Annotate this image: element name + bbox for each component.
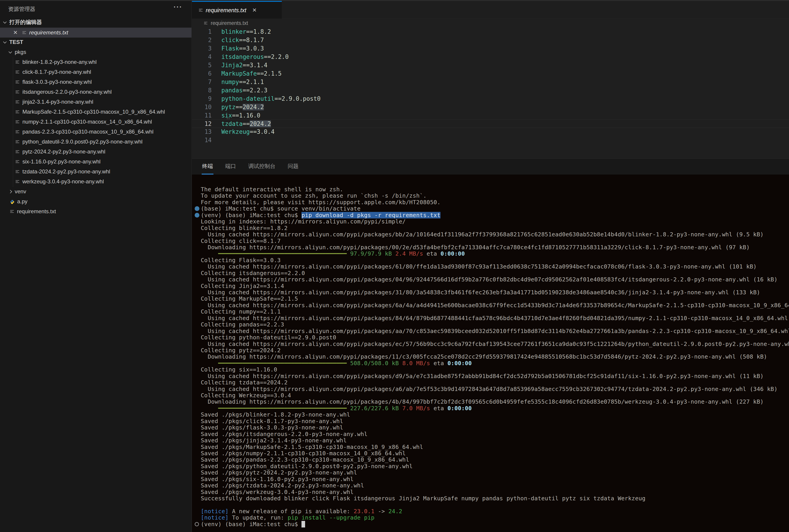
terminal-line: Using cached https://mirrors.aliyun.com/…	[201, 231, 789, 238]
open-editor-item-requirements[interactable]: ✕ requirements.txt	[0, 27, 191, 38]
code-editor[interactable]: 1blinker==1.8.22click==8.1.73Flask==3.0.…	[192, 27, 789, 145]
panel-tab-label: 终端	[202, 163, 213, 170]
close-icon[interactable]: ✕	[13, 30, 22, 36]
terminal-text: Saved ./pkgs/click-8.1.7-py3-none-any.wh…	[201, 418, 343, 424]
code-text: blinker==1.8.2	[222, 28, 271, 35]
terminal-text: To update, run:	[229, 514, 288, 521]
tree-item-blinker-1-8-2-py3-none-any-whl[interactable]: blinker-1.8.2-py3-none-any.whl	[0, 57, 191, 67]
workspace-root-test[interactable]: TEST	[0, 37, 191, 47]
tree-item-click-8-1-7-py3-none-any-whl[interactable]: click-8.1.7-py3-none-any.whl	[0, 67, 191, 77]
tree-item-werkzeug-3-0-4-py3-none-any-whl[interactable]: werkzeug-3.0.4-py3-none-any.whl	[0, 176, 191, 187]
open-editors-label: 打开的编辑器	[9, 19, 42, 26]
code-token: ==1.16.0	[232, 112, 260, 119]
tree-item-a-py[interactable]: a.py	[0, 196, 191, 207]
code-line: 10pytz==2024.2	[192, 103, 789, 111]
file-lines-icon	[15, 80, 20, 84]
code-token: Werkzeug	[222, 128, 250, 135]
terminal-text: Collecting pandas==2.2.3	[201, 321, 284, 328]
terminal-text: Collecting numpy==2.1.1	[201, 308, 281, 315]
terminal-line: Using cached https://mirrors.aliyun.com/…	[201, 277, 789, 283]
terminal-line: Collecting python-dateutil==2.9.0.post0	[201, 335, 789, 341]
tree-item-label: itsdangerous-2.2.0-py3-none-any.whl	[22, 89, 112, 95]
terminal-text: 7.0 MB/s	[402, 405, 430, 412]
terminal-line: Collecting tzdata==2024.2	[201, 379, 789, 386]
terminal-line: Looking in indexes: https://mirrors.aliy…	[201, 218, 789, 225]
tree-item-six-1-16-0-py2-py3-none-any-whl[interactable]: six-1.16.0-py2.py3-none-any.whl	[0, 157, 191, 167]
terminal-text: Using cached https://mirrors.aliyun.com/…	[201, 263, 757, 270]
tree-item-pkgs[interactable]: pkgs	[0, 47, 191, 57]
terminal-text: [notice]	[201, 508, 229, 515]
line-number: 6	[192, 70, 212, 78]
terminal-line: Successfully downloaded blinker click Fl…	[201, 495, 789, 502]
open-editors-section[interactable]: 打开的编辑器	[0, 17, 191, 27]
tree-item-venv[interactable]: venv	[0, 187, 191, 196]
terminal-text: Saved ./pkgs/blinker-1.8.2-py3-none-any.…	[201, 411, 350, 418]
panel-tab-调试控制台[interactable]: 调试控制台	[248, 159, 276, 174]
code-text: click==8.1.7	[222, 37, 264, 43]
panel-tab-端口[interactable]: 端口	[225, 159, 236, 174]
terminal-text: (venv) (base) iMac:test chu$	[201, 521, 302, 528]
terminal-output[interactable]: The default interactive shell is now zsh…	[192, 174, 789, 532]
line-number: 8	[192, 86, 212, 95]
more-actions-icon[interactable]: ···	[174, 3, 182, 11]
panel-tab-终端[interactable]: 终端	[202, 159, 213, 174]
explorer-title: 资源管理器	[8, 5, 35, 13]
terminal-text: Saved ./pkgs/pandas-2.2.3-cp310-cp310-ma…	[201, 456, 409, 463]
tree-item-markupsafe-2-1-5-cp310-cp310-macosx-10-9-x86-64-whl[interactable]: MarkupSafe-2.1.5-cp310-cp310-macosx_10_9…	[0, 107, 191, 117]
terminal-line: Using cached https://mirrors.aliyun.com/…	[201, 373, 789, 379]
code-line: 8pandas==2.2.3	[192, 86, 789, 95]
code-token: itsdangerous	[222, 53, 264, 60]
code-text: Flask==3.0.3	[222, 45, 264, 52]
terminal-text: Downloading https://mirrors.aliyun.com/p…	[201, 244, 750, 251]
terminal-text: Saved ./pkgs/six-1.16.0-py2.py3-none-any…	[201, 476, 353, 482]
tree-item-requirements-txt[interactable]: requirements.txt	[0, 207, 191, 216]
terminal-line: Collecting blinker==1.8.2	[201, 225, 789, 231]
tree-item-tzdata-2024-2-py2-py3-none-any-whl[interactable]: tzdata-2024.2-py2.py3-none-any.whl	[0, 167, 191, 176]
tree-item-numpy-2-1-1-cp310-cp310-macosx-14-0-x86-64-whl[interactable]: numpy-2.1.1-cp310-cp310-macosx_14_0_x86_…	[0, 117, 191, 127]
code-token: ==2.1.5	[257, 70, 282, 77]
tab-requirements-txt[interactable]: requirements.txt ✕	[192, 1, 282, 19]
code-text: pandas==2.2.3	[222, 87, 268, 94]
close-icon[interactable]: ✕	[252, 7, 257, 13]
panel-tab-label: 调试控制台	[248, 163, 275, 170]
tree-item-python-dateutil-2-9-0-post0-py2-py3-none-any-whl[interactable]: python_dateutil-2.9.0.post0-py2.py3-none…	[0, 137, 191, 147]
terminal-text: ━━━━━━━━━━━━━━━━━━━━━━━━━━━━━━━━━━━━━	[218, 405, 347, 412]
tree-item-jinja2-3-1-4-py3-none-any-whl[interactable]: jinja2-3.1.4-py3-none-any.whl	[0, 97, 191, 107]
line-number: 2	[192, 36, 212, 44]
terminal-line: Using cached https://mirrors.aliyun.com/…	[201, 386, 789, 392]
terminal-text: Downloading https://mirrors.aliyun.com/p…	[201, 354, 767, 360]
panel-tab-问题[interactable]: 问题	[287, 159, 299, 174]
file-lines-icon	[15, 170, 20, 174]
terminal-line: Downloading https://mirrors.aliyun.com/p…	[201, 354, 789, 360]
panel-tab-bar: 终端端口调试控制台问题	[192, 159, 789, 174]
tree-item-itsdangerous-2-2-0-py3-none-any-whl[interactable]: itsdangerous-2.2.0-py3-none-any.whl	[0, 87, 191, 97]
terminal-text: Collecting click==8.1.7	[201, 238, 281, 244]
terminal-line: The default interactive shell is now zsh…	[201, 186, 789, 193]
tree-item-flask-3-0-3-py3-none-any-whl[interactable]: flask-3.0.3-py3-none-any.whl	[0, 77, 191, 87]
code-line: 14	[192, 136, 789, 145]
breadcrumb[interactable]: requirements.txt	[192, 19, 789, 27]
code-token: python-dateutil	[222, 95, 274, 102]
editor-group: requirements.txt ✕ requirements.txt 1bli…	[192, 1, 789, 158]
code-line: 5Jinja2==3.1.4	[192, 61, 789, 70]
chevron-right-icon	[8, 190, 12, 193]
code-line: 4itsdangerous==2.2.0	[192, 53, 789, 61]
terminal-text: Using cached https://mirrors.aliyun.com/…	[201, 276, 777, 283]
terminal-text: Collecting itsdangerous==2.2.0	[201, 270, 305, 277]
code-text: tzdata==2024.2	[222, 120, 271, 127]
terminal-line: Using cached https://mirrors.aliyun.com/…	[201, 341, 789, 347]
file-lines-icon	[15, 110, 20, 114]
file-tree: pkgsblinker-1.8.2-py3-none-any.whlclick-…	[0, 47, 191, 216]
line-number: 3	[192, 44, 212, 53]
file-lines-icon	[15, 179, 20, 184]
terminal-text: Saved ./pkgs/numpy-2.1.1-cp310-cp310-mac…	[201, 450, 406, 457]
file-lines-icon	[10, 209, 14, 213]
tree-item-label: pkgs	[15, 49, 26, 55]
tree-item-pandas-2-2-3-cp310-cp310-macosx-10-9-x86-64-whl[interactable]: pandas-2.2.3-cp310-cp310-macosx_10_9_x86…	[0, 127, 191, 137]
tree-item-pytz-2024-2-py2-py3-none-any-whl[interactable]: pytz-2024.2-py2.py3-none-any.whl	[0, 147, 191, 157]
terminal-line: To update your account to use zsh, pleas…	[201, 193, 789, 199]
file-lines-icon	[15, 159, 20, 164]
python-icon	[10, 199, 15, 204]
terminal-text: 0:00:00	[447, 405, 472, 412]
code-token: MarkupSafe	[222, 70, 257, 77]
